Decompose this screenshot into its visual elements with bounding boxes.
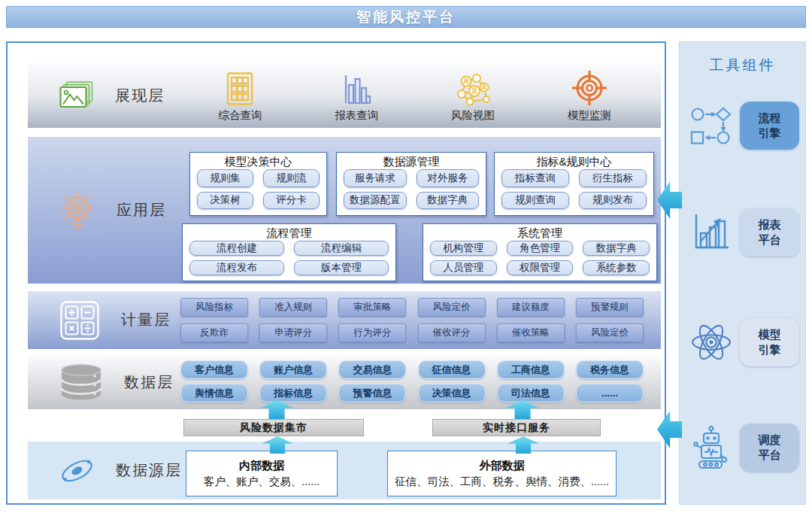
robot-icon	[689, 425, 733, 470]
app-function-pill[interactable]: 规则发布	[579, 192, 647, 210]
measure-chip[interactable]: 申请评分	[259, 323, 327, 342]
measurement-layer-band: 计量层 风险指标 准入规则 审批策略 风险定价 建议额度 预警规则 反欺诈 申请…	[28, 291, 661, 349]
app-function-pill[interactable]: 流程编辑	[294, 241, 389, 256]
tool-item-report-platform[interactable]: 报表平台	[689, 208, 799, 257]
group-process-management: 流程管理 流程创建 流程编辑 流程发布 版本管理	[182, 223, 396, 281]
group-model-decision-center: 模型决策中心 规则集 规则流 决策树 评分卡	[189, 152, 327, 216]
data-chip[interactable]: 司法信息	[497, 384, 565, 402]
photos-icon	[59, 80, 94, 111]
group-title: 模型决策中心	[190, 153, 326, 168]
barchart-icon	[341, 68, 372, 106]
measure-chip[interactable]: 风险指标	[180, 298, 248, 317]
measure-chip[interactable]: 风险定价	[418, 298, 486, 317]
external-data-desc: 征信、司法、工商、税务、舆情、消费、......	[395, 475, 609, 489]
group-datasource-management: 数据源管理 服务请求 对外服务 数据源配置 数据字典	[336, 152, 486, 216]
external-data-title: 外部数据	[480, 459, 525, 473]
data-chip[interactable]: 交易信息	[338, 360, 406, 379]
measurement-layer-header: 计量层	[28, 291, 182, 349]
app-function-pill[interactable]: 数据字典	[417, 192, 480, 210]
measure-chip[interactable]: 建议额度	[497, 298, 565, 317]
tool-item-scheduler-platform[interactable]: 调度平台	[689, 423, 799, 472]
database-icon	[59, 363, 103, 401]
main-panel: 展现层 综合查询	[6, 41, 666, 505]
group-indicator-rule-center: 指标&规则中心 指标查询 衍生指标 规则查询 规则发布	[494, 152, 654, 216]
tool-box-report-platform[interactable]: 报表平台	[740, 208, 799, 256]
tool-label: 调度平台	[757, 433, 783, 463]
measure-chip[interactable]: 催收评分	[418, 323, 486, 342]
app-function-pill[interactable]: 指标查询	[501, 169, 569, 187]
data-chip[interactable]: ......	[576, 384, 644, 402]
data-items: 客户信息 账户信息 交易信息 征信信息 工商信息 税务信息 舆情信息 指标信息 …	[180, 360, 644, 402]
app-function-pill[interactable]: 版本管理	[294, 260, 389, 275]
report-chart-icon	[689, 211, 733, 254]
app-title: 智能风控平台	[356, 8, 456, 27]
app-function-pill[interactable]: 权限管理	[507, 260, 574, 275]
app-function-pill[interactable]: 衍生指标	[579, 169, 647, 187]
app-function-pill[interactable]: 对外服务	[417, 169, 480, 187]
measure-chip[interactable]: 准入规则	[259, 298, 327, 317]
application-layer-band: 应用层 模型决策中心 规则集 规则流 决策树 评分卡 数据源管理 服务请求 对外…	[28, 137, 661, 284]
realtime-interface-bar[interactable]: 实时接口服务	[432, 419, 601, 436]
measure-chip[interactable]: 审批策略	[338, 298, 406, 317]
internal-data-box[interactable]: 内部数据 客户、账户、交易、......	[186, 451, 338, 496]
lightbulb-gear-icon	[59, 190, 95, 232]
data-chip[interactable]: 预警信息	[338, 384, 406, 402]
tool-box-scheduler-platform[interactable]: 调度平台	[740, 423, 799, 472]
data-layer-label: 数据层	[124, 372, 174, 393]
grid-icon	[226, 68, 254, 106]
app-function-pill[interactable]: 决策树	[197, 192, 253, 210]
group-title: 指标&规则中心	[495, 153, 653, 168]
measurement-items: 风险指标 准入规则 审批策略 风险定价 建议额度 预警规则 反欺诈 申请评分 行…	[180, 298, 644, 342]
risk-data-mart-bar[interactable]: 风险数据集市	[183, 419, 364, 436]
app-function-pill[interactable]: 机构管理	[430, 241, 497, 256]
app-function-pill[interactable]: 规则流	[263, 169, 320, 187]
measurement-layer-label: 计量层	[121, 310, 171, 330]
calculator-icon	[59, 300, 100, 341]
app-function-pill[interactable]: 数据源配置	[344, 192, 407, 210]
presentation-item-monitor[interactable]: 模型监测	[553, 68, 626, 123]
app-function-pill[interactable]: 规则查询	[501, 192, 569, 210]
measure-chip[interactable]: 行为评分	[338, 323, 406, 342]
app-function-pill[interactable]: 系统参数	[583, 260, 650, 275]
data-chip[interactable]: 账户信息	[259, 360, 327, 379]
external-data-box[interactable]: 外部数据 征信、司法、工商、税务、舆情、消费、......	[387, 451, 617, 496]
data-chip[interactable]: 指标信息	[259, 384, 327, 402]
data-chip[interactable]: 客户信息	[180, 360, 248, 379]
data-chip[interactable]: 决策信息	[418, 384, 486, 402]
datasource-layer-header: 数据源层	[28, 442, 182, 499]
tool-components-title: 工具组件	[680, 56, 805, 75]
data-layer-header: 数据层	[28, 355, 182, 409]
group-title: 数据源管理	[337, 153, 486, 168]
app-function-pill[interactable]: 人员管理	[430, 260, 497, 275]
presentation-item-report[interactable]: 报表查询	[320, 68, 392, 123]
tool-label: 报表平台	[757, 217, 783, 248]
data-chip[interactable]: 工商信息	[497, 360, 565, 379]
tool-item-model-engine[interactable]: 模型引擎	[689, 317, 799, 367]
tool-components-panel: 工具组件 流程引擎	[679, 41, 806, 505]
app-function-pill[interactable]: 流程发布	[189, 260, 284, 275]
tool-box-model-engine[interactable]: 模型引擎	[740, 318, 799, 366]
measure-chip[interactable]: 风险定价	[576, 323, 644, 342]
measure-chip[interactable]: 预警规则	[576, 298, 644, 317]
app-function-pill[interactable]: 服务请求	[344, 169, 407, 187]
application-layer-label: 应用层	[117, 200, 166, 220]
app-title-banner: 智能风控平台	[6, 6, 806, 28]
application-layer-header: 应用层	[28, 137, 182, 284]
data-chip[interactable]: 舆情信息	[180, 384, 248, 402]
measure-chip[interactable]: 反欺诈	[180, 323, 248, 342]
galaxy-icon	[59, 451, 95, 490]
app-function-pill[interactable]: 流程创建	[189, 241, 284, 256]
data-chip[interactable]: 税务信息	[576, 360, 644, 379]
presentation-item-query[interactable]: 综合查询	[204, 68, 276, 123]
tool-box-process-engine[interactable]: 流程引擎	[740, 102, 799, 150]
data-chip[interactable]: 征信信息	[418, 360, 486, 379]
app-function-pill[interactable]: 规则集	[197, 169, 253, 187]
tool-item-process-engine[interactable]: 流程引擎	[689, 101, 799, 150]
presentation-item-riskview[interactable]: 风险视图	[437, 68, 509, 123]
measure-chip[interactable]: 催收策略	[497, 323, 565, 342]
app-function-pill[interactable]: 数据字典	[583, 241, 650, 256]
datasource-layer-label: 数据源层	[116, 460, 182, 481]
app-function-pill[interactable]: 评分卡	[263, 192, 320, 210]
app-function-pill[interactable]: 角色管理	[507, 241, 574, 256]
presentation-layer-band: 展现层 综合查询	[28, 63, 661, 128]
